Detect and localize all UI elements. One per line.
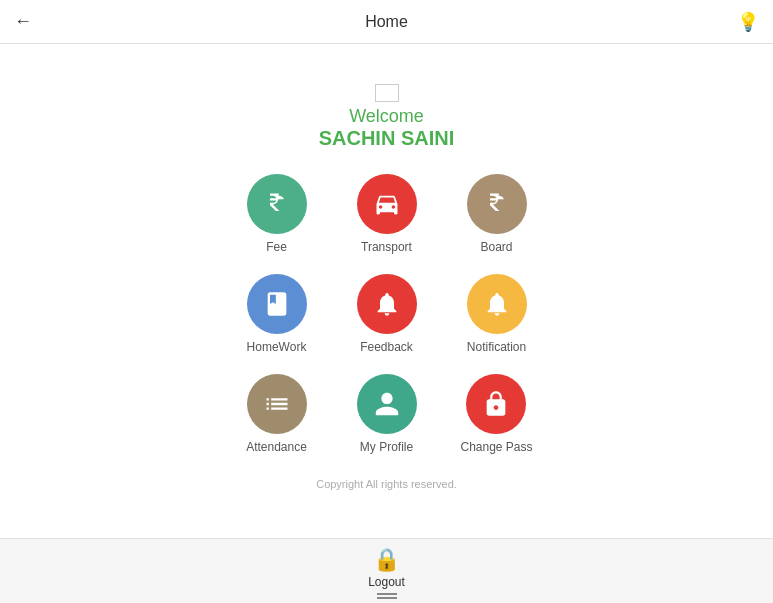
myprofile-label: My Profile [360, 440, 413, 454]
homework-icon-circle [247, 274, 307, 334]
copyright-text: Copyright All rights reserved. [316, 478, 457, 490]
list-icon [263, 390, 291, 418]
myprofile-icon-circle [357, 374, 417, 434]
car-icon [373, 190, 401, 218]
notification-icon-circle [467, 274, 527, 334]
attendance-icon-circle [247, 374, 307, 434]
homework-item[interactable]: HomeWork [247, 274, 307, 354]
attendance-item[interactable]: Attendance [246, 374, 307, 454]
logout-label: Logout [368, 575, 405, 589]
settings-icon[interactable]: 💡 [737, 11, 759, 33]
fee-label: Fee [266, 240, 287, 254]
hamburger-lines [377, 593, 397, 599]
header: ← Home 💡 [0, 0, 773, 44]
feedback-icon-circle [357, 274, 417, 334]
back-button[interactable]: ← [14, 11, 32, 32]
person-icon [373, 390, 401, 418]
hamburger-line-1 [377, 593, 397, 595]
user-name: SACHIN SAINI [319, 127, 455, 150]
transport-icon-circle [357, 174, 417, 234]
menu-grid: Fee Transport Board [232, 174, 542, 454]
lock-icon [482, 390, 510, 418]
page-title: Home [365, 13, 408, 31]
changepass-item[interactable]: Change Pass [460, 374, 532, 454]
notification-label: Notification [467, 340, 526, 354]
homework-label: HomeWork [247, 340, 307, 354]
board-icon-circle [467, 174, 527, 234]
fee-item[interactable]: Fee [247, 174, 307, 254]
board-rupee-icon [483, 190, 511, 218]
bell-icon-notification [483, 290, 511, 318]
fee-icon-circle [247, 174, 307, 234]
welcome-label: Welcome [349, 106, 424, 127]
changepass-label: Change Pass [460, 440, 532, 454]
attendance-label: Attendance [246, 440, 307, 454]
hamburger-line-2 [377, 597, 397, 599]
main-content: Welcome SACHIN SAINI Fee Transport [0, 44, 773, 490]
myprofile-item[interactable]: My Profile [357, 374, 417, 454]
footer[interactable]: 🔒 Logout [0, 538, 773, 603]
board-item[interactable]: Board [467, 174, 527, 254]
transport-item[interactable]: Transport [357, 174, 417, 254]
changepass-icon-circle [466, 374, 526, 434]
feedback-item[interactable]: Feedback [357, 274, 417, 354]
logout-icon: 🔒 [373, 547, 400, 573]
notification-item[interactable]: Notification [467, 274, 527, 354]
board-label: Board [480, 240, 512, 254]
feedback-label: Feedback [360, 340, 413, 354]
rupee-icon [263, 190, 291, 218]
transport-label: Transport [361, 240, 412, 254]
book-icon [263, 290, 291, 318]
logo [375, 84, 399, 102]
bell-icon-feedback [373, 290, 401, 318]
